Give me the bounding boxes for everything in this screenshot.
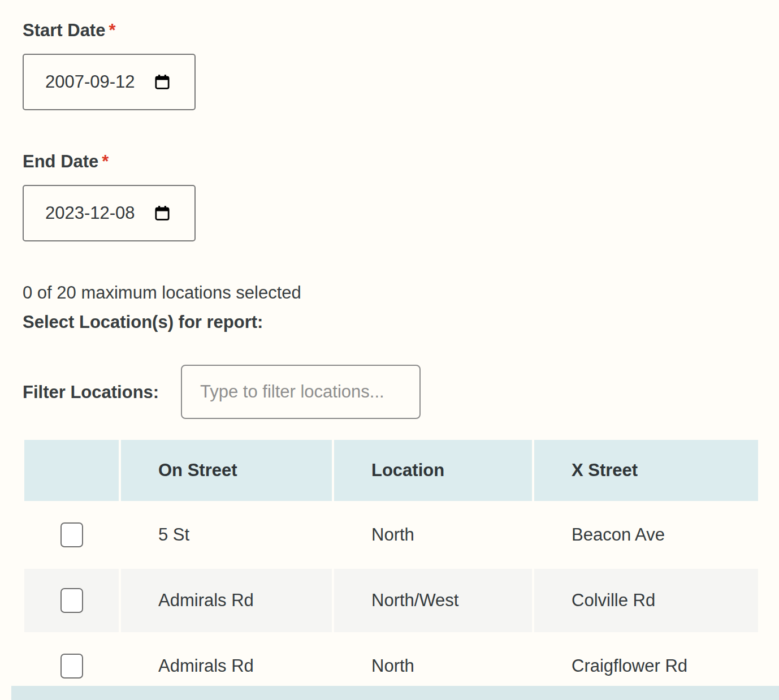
header-on-street: On Street bbox=[121, 440, 332, 501]
cell-x-street: Colville Rd bbox=[534, 569, 758, 632]
filter-locations-input[interactable] bbox=[181, 365, 421, 419]
end-date-label: End Date* bbox=[23, 152, 109, 172]
row-checkbox-cell bbox=[24, 569, 119, 632]
end-date-value: 2023-12-08 bbox=[45, 203, 135, 223]
cell-location: North bbox=[334, 503, 532, 567]
required-asterisk: * bbox=[102, 152, 109, 171]
cell-on-street: 5 St bbox=[121, 503, 332, 567]
start-date-input[interactable]: 2007-09-12 bbox=[23, 54, 196, 110]
selection-status: 0 of 20 maximum locations selected bbox=[23, 283, 301, 303]
calendar-icon[interactable] bbox=[154, 205, 171, 222]
cell-location: North/West bbox=[334, 569, 532, 632]
location-row-checkbox[interactable] bbox=[60, 522, 83, 547]
cell-on-street: Admirals Rd bbox=[121, 569, 332, 632]
location-report-form: Start Date* 2007-09-12 End Date* 2023-12… bbox=[0, 0, 779, 700]
locations-table: On Street Location X Street 5 St North B… bbox=[24, 440, 758, 698]
header-location: Location bbox=[334, 440, 532, 501]
start-date-label-text: Start Date bbox=[23, 20, 105, 40]
start-date-value: 2007-09-12 bbox=[45, 72, 135, 92]
row-checkbox-cell bbox=[24, 503, 119, 567]
required-asterisk: * bbox=[109, 20, 115, 40]
start-date-label: Start Date* bbox=[23, 20, 116, 41]
location-row-checkbox[interactable] bbox=[60, 654, 83, 679]
end-date-label-text: End Date bbox=[23, 152, 98, 171]
calendar-icon[interactable] bbox=[154, 74, 171, 90]
select-locations-label: Select Location(s) for report: bbox=[23, 312, 263, 332]
bottom-teal-band bbox=[11, 686, 779, 700]
header-x-street: X Street bbox=[534, 440, 758, 501]
end-date-input[interactable]: 2023-12-08 bbox=[23, 185, 196, 241]
location-row-checkbox[interactable] bbox=[60, 588, 83, 613]
cell-x-street: Beacon Ave bbox=[534, 503, 758, 567]
header-checkbox-column bbox=[24, 440, 119, 501]
filter-locations-label: Filter Locations: bbox=[23, 382, 159, 403]
